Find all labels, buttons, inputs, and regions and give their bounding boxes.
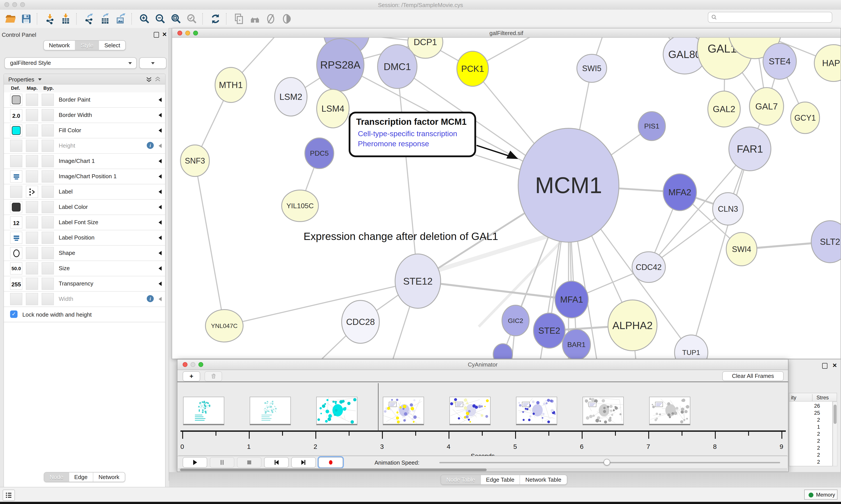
annotation-link[interactable]: Pheromone response — [358, 140, 429, 148]
property-map-cell[interactable] — [26, 232, 38, 244]
network-node-ynl047c[interactable]: YNL047C — [205, 310, 243, 342]
style-options-button[interactable] — [139, 57, 166, 69]
network-node-gcy1[interactable]: GCY1 — [791, 102, 820, 133]
property-map-cell[interactable] — [26, 155, 38, 167]
table-cell[interactable]: 25 — [803, 410, 820, 416]
property-row-transparency[interactable]: 255Transparency — [4, 276, 165, 292]
open-session-button[interactable] — [3, 12, 18, 25]
expand-arrow-icon[interactable] — [159, 98, 162, 102]
info-icon[interactable]: i — [147, 142, 154, 149]
copy-style-button[interactable] — [232, 12, 246, 25]
property-row-width[interactable]: Widthi — [4, 292, 165, 307]
network-node-mth1[interactable]: MTH1 — [215, 68, 247, 103]
expand-arrow-icon[interactable] — [159, 174, 162, 179]
property-map-cell[interactable] — [26, 186, 38, 198]
panel-tab-network[interactable]: Network — [43, 41, 75, 50]
property-def-cell[interactable] — [10, 140, 22, 152]
table-cell[interactable]: 2 — [803, 445, 820, 451]
property-byp-cell[interactable] — [42, 277, 54, 290]
property-byp-cell[interactable] — [42, 170, 54, 183]
network-node-cln3[interactable]: CLN3 — [713, 193, 743, 225]
timeline[interactable]: Seconds 0123456789 — [178, 382, 787, 456]
memory-button[interactable]: Memory — [804, 489, 838, 500]
import-table-button[interactable] — [59, 12, 73, 25]
cyanimator-title-bar[interactable]: CyAnimator — [177, 360, 788, 370]
frame-thumbnail-5[interactable] — [516, 397, 557, 425]
record-button[interactable] — [319, 457, 343, 468]
frame-thumbnail-7[interactable] — [649, 397, 690, 425]
property-def-cell[interactable]: 255 — [10, 277, 22, 290]
frame-thumbnail-2[interactable] — [316, 397, 357, 425]
expand-arrow-icon[interactable] — [159, 113, 162, 118]
expand-arrow-icon[interactable] — [159, 190, 162, 194]
clear-all-frames-button[interactable]: Clear All Frames — [722, 371, 784, 381]
network-node-lsm4[interactable]: LSM4 — [317, 89, 349, 128]
table-cell[interactable]: 2 — [803, 431, 820, 437]
property-row-fill-color[interactable]: Fill Color — [4, 123, 165, 138]
network-node-pck1[interactable]: PCK1 — [457, 51, 488, 86]
property-map-cell[interactable] — [26, 277, 38, 290]
dock-tab-network-table[interactable]: Network Table — [520, 475, 567, 484]
column-header[interactable]: ity — [791, 395, 796, 401]
property-map-cell[interactable] — [26, 216, 38, 229]
export-table-button[interactable] — [98, 12, 112, 25]
playhead[interactable] — [378, 383, 378, 431]
expand-arrow-icon[interactable] — [159, 205, 162, 209]
property-def-cell[interactable]: 2.0 — [10, 109, 22, 121]
frame-thumbnail-1[interactable] — [250, 397, 291, 425]
zoom-in-button[interactable] — [138, 12, 151, 25]
property-row-border-paint[interactable]: Border Paint — [4, 92, 165, 108]
table-scrollbar[interactable] — [833, 401, 838, 466]
property-map-cell[interactable] — [26, 94, 38, 106]
property-row-border-width[interactable]: 2.0Border Width — [4, 108, 165, 123]
property-map-cell[interactable] — [26, 109, 38, 121]
property-map-cell[interactable] — [26, 247, 38, 259]
network-node-lsm2[interactable]: LSM2 — [275, 77, 307, 116]
property-byp-cell[interactable] — [42, 232, 54, 244]
expand-arrow-icon[interactable] — [159, 236, 162, 240]
network-node-ste2[interactable]: STE2 — [534, 313, 565, 348]
property-map-cell[interactable] — [26, 293, 38, 305]
property-row-shape[interactable]: Shape — [4, 246, 165, 261]
delete-frame-button[interactable] — [204, 371, 222, 381]
expand-arrow-icon[interactable] — [159, 128, 162, 133]
network-node-pis1[interactable]: PIS1 — [638, 112, 665, 141]
property-byp-cell[interactable] — [42, 124, 54, 137]
export-image-button[interactable] — [114, 12, 128, 25]
network-node-dmc1[interactable]: DMC1 — [378, 45, 417, 88]
chevron-down-icon[interactable] — [38, 78, 42, 80]
show-all-button[interactable] — [280, 12, 293, 25]
dock-tab-edge-table[interactable]: Edge Table — [481, 475, 520, 484]
network-node-swi4[interactable]: SWI4 — [726, 233, 757, 266]
panel-tab-style[interactable]: Style — [75, 41, 99, 50]
property-byp-cell[interactable] — [42, 94, 54, 106]
property-row-label-position[interactable]: Label Position — [4, 230, 165, 246]
table-cell[interactable]: 2 — [803, 438, 820, 444]
network-node-cdc28[interactable]: CDC28 — [342, 300, 379, 343]
info-icon[interactable]: i — [147, 295, 154, 302]
network-node-ste12[interactable]: STE12 — [395, 254, 441, 308]
network-node-bar1[interactable]: BAR1 — [562, 329, 590, 359]
table-cell[interactable]: 2 — [803, 459, 820, 465]
zoom-selected-button[interactable] — [185, 12, 199, 25]
stop-button[interactable] — [237, 457, 262, 468]
property-row-label-font-size[interactable]: 12Label Font Size — [4, 215, 165, 230]
property-byp-cell[interactable] — [42, 262, 54, 274]
lock-size-checkbox[interactable]: ✓ — [10, 310, 18, 318]
frame-thumbnail-3[interactable] — [383, 397, 424, 425]
property-byp-cell[interactable] — [42, 201, 54, 213]
import-network-button[interactable] — [43, 12, 57, 25]
expand-arrow-icon[interactable] — [159, 220, 162, 224]
property-byp-cell[interactable] — [42, 293, 54, 305]
network-node-alpha2[interactable]: ALPHA2 — [608, 300, 657, 351]
property-def-cell[interactable]: 12 — [10, 216, 22, 229]
dock-tab-node-table[interactable]: Node Table — [441, 475, 481, 484]
play-button[interactable] — [183, 457, 207, 468]
expand-arrow-icon[interactable] — [159, 251, 162, 255]
network-node-far1[interactable]: FAR1 — [729, 127, 771, 171]
network-node-ste4[interactable]: STE4 — [763, 43, 796, 79]
timeline-scrollbar[interactable] — [178, 468, 787, 472]
network-node-pdc5[interactable]: PDC5 — [305, 138, 334, 168]
property-map-cell[interactable] — [26, 124, 38, 137]
expand-all-icon[interactable] — [146, 76, 152, 82]
